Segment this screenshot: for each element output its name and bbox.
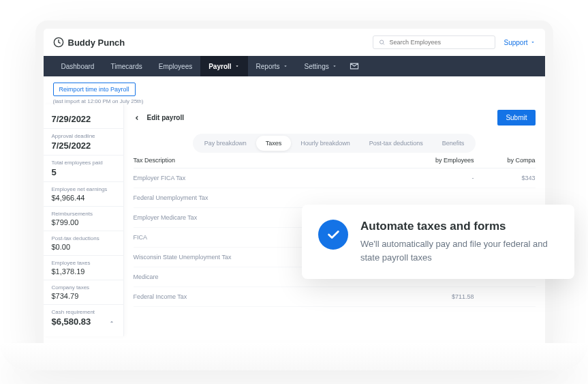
- table-row: Federal Income Tax $711.58: [134, 287, 536, 307]
- chevron-down-icon: [234, 63, 240, 69]
- device-frame: Buddy Punch Support Dashboard Timecards …: [35, 20, 553, 348]
- posttax-value: $0.00: [52, 243, 115, 251]
- table-header: Tax Description by Employees by Compa: [134, 153, 536, 168]
- emp-taxes-label: Employee taxes: [52, 260, 115, 266]
- comp-taxes-label: Company taxes: [52, 284, 115, 291]
- col-description: Tax Description: [134, 157, 413, 164]
- comp-taxes-block: Company taxes $734.79: [44, 280, 123, 305]
- brand-logo[interactable]: Buddy Punch: [53, 37, 125, 48]
- cash-req-block: Cash requirement $6,580.83: [44, 305, 123, 331]
- support-label: Support: [504, 39, 527, 46]
- approval-label: Approval deadline: [52, 133, 115, 139]
- total-emp-label: Total employees paid: [52, 160, 115, 166]
- net-earnings-value: $4,966.44: [52, 194, 115, 202]
- cash-req-label: Cash requirement: [52, 309, 115, 315]
- brand-name: Buddy Punch: [68, 38, 125, 48]
- tab-taxes[interactable]: Taxes: [256, 136, 292, 151]
- mail-button[interactable]: [350, 60, 359, 72]
- app-screen: Buddy Punch Support Dashboard Timecards …: [44, 29, 545, 348]
- comp-taxes-value: $734.79: [52, 292, 115, 300]
- search-input[interactable]: [390, 39, 490, 46]
- last-import-note: (last import at 12:00 PM on July 25th): [53, 98, 536, 104]
- chevron-up-icon[interactable]: [108, 319, 115, 325]
- panel-title: Edit payroll: [147, 114, 184, 121]
- reimbursements-label: Reimbursements: [52, 211, 115, 217]
- emp-taxes-block: Employee taxes $1,378.19: [44, 256, 123, 280]
- reimport-bar: Reimport time into Payroll (last import …: [44, 76, 545, 104]
- tab-posttax-deductions[interactable]: Post-tax deductions: [360, 136, 433, 151]
- reimbursements-block: Reimbursements $799.00: [44, 207, 123, 231]
- tabs-wrap: Pay breakdown Taxes Hourly breakdown Pos…: [193, 134, 476, 153]
- approval-date: 7/25/2022: [52, 141, 115, 151]
- nav-settings[interactable]: Settings: [296, 56, 345, 76]
- reimbursements-value: $799.00: [52, 218, 115, 226]
- submit-button[interactable]: Submit: [497, 110, 535, 125]
- net-earnings-block: Employee net earnings $4,966.44: [44, 182, 123, 207]
- table-row: Employer FICA Tax - $343: [134, 168, 536, 188]
- payroll-date-block: 7/29/2022: [44, 110, 123, 129]
- top-right-group: Support: [373, 35, 535, 49]
- callout-icon-wrap: [318, 220, 348, 250]
- summary-sidebar: 7/29/2022 Approval deadline 7/25/2022 To…: [44, 104, 124, 336]
- posttax-label: Post-tax deductions: [52, 235, 115, 241]
- nav-reports[interactable]: Reports: [248, 56, 296, 76]
- support-link[interactable]: Support: [504, 39, 535, 46]
- chevron-left-icon: [134, 115, 140, 121]
- mail-icon: [350, 63, 359, 70]
- tab-pay-breakdown[interactable]: Pay breakdown: [195, 136, 256, 151]
- tab-hourly-breakdown[interactable]: Hourly breakdown: [291, 136, 360, 151]
- top-bar: Buddy Punch Support: [44, 29, 545, 56]
- chevron-down-icon: [530, 40, 536, 45]
- feature-callout: Automate taxes and forms We'll automatic…: [302, 205, 574, 279]
- main-nav: Dashboard Timecards Employees Payroll Re…: [44, 56, 545, 76]
- clock-icon: [53, 37, 64, 48]
- net-earnings-label: Employee net earnings: [52, 186, 115, 192]
- svg-point-1: [380, 40, 384, 44]
- chevron-down-icon: [283, 63, 288, 69]
- nav-timecards[interactable]: Timecards: [102, 56, 150, 76]
- reimport-button[interactable]: Reimport time into Payroll: [53, 83, 136, 96]
- panel-header: Edit payroll Submit: [134, 110, 536, 125]
- nav-payroll[interactable]: Payroll: [200, 56, 247, 76]
- total-emp-value: 5: [52, 167, 115, 177]
- callout-text: We'll automatically pay and file your fe…: [360, 237, 558, 264]
- col-by-employees: by Employees: [413, 157, 474, 164]
- nav-dashboard[interactable]: Dashboard: [53, 56, 103, 76]
- nav-employees[interactable]: Employees: [151, 56, 200, 76]
- col-by-company: by Compa: [474, 157, 536, 164]
- cash-req-value: $6,580.83: [52, 316, 91, 327]
- back-button[interactable]: [134, 112, 140, 124]
- check-icon: [326, 227, 341, 242]
- callout-title: Automate taxes and forms: [360, 220, 558, 233]
- payroll-date: 7/29/2022: [52, 114, 115, 124]
- search-input-wrap[interactable]: [373, 35, 495, 49]
- emp-taxes-value: $1,378.19: [52, 267, 115, 276]
- posttax-block: Post-tax deductions $0.00: [44, 231, 123, 256]
- chevron-down-icon: [332, 63, 337, 69]
- search-icon: [379, 39, 385, 46]
- approval-block: Approval deadline 7/25/2022: [44, 129, 123, 156]
- total-emp-block: Total employees paid 5: [44, 156, 123, 182]
- tab-benefits[interactable]: Benefits: [433, 136, 474, 151]
- device-base: [0, 343, 588, 370]
- tabs-container: Pay breakdown Taxes Hourly breakdown Pos…: [134, 134, 536, 153]
- callout-content: Automate taxes and forms We'll automatic…: [360, 220, 558, 264]
